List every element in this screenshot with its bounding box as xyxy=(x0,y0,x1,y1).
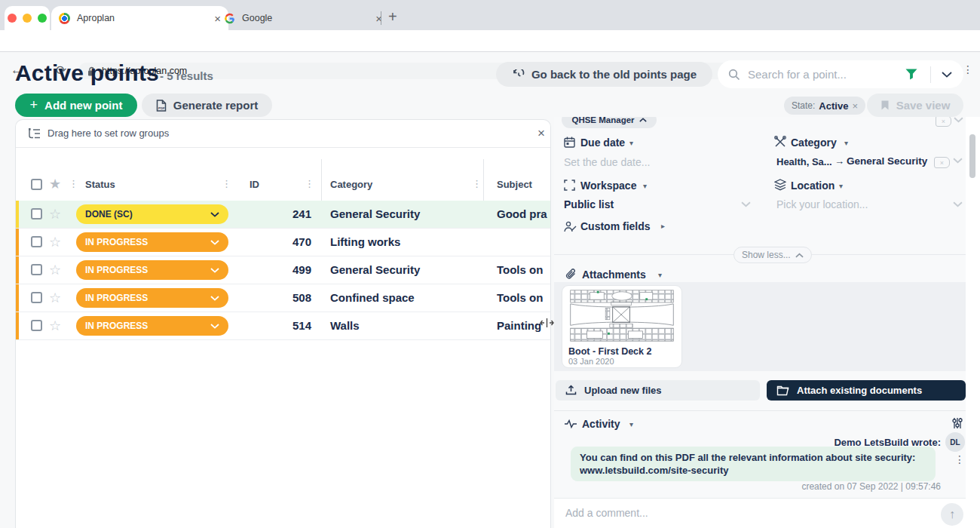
comment-menu-icon[interactable]: ⋮ xyxy=(954,455,965,465)
search-options-chevron-icon[interactable] xyxy=(942,72,952,78)
category-label[interactable]: Category xyxy=(791,137,837,149)
remove-filter-icon[interactable]: × xyxy=(852,100,858,112)
comment-timestamp: created on 07 Sep 2022 | 09:57:46 xyxy=(801,481,941,492)
old-points-page-button[interactable]: Go back to the old points page xyxy=(496,62,712,87)
table-row[interactable]: ☆ IN PROGRESS 508 Confined space Tools o… xyxy=(16,284,550,312)
status-chip[interactable]: IN PROGRESS xyxy=(76,288,228,308)
caret-down-icon[interactable]: ▾ xyxy=(658,271,662,279)
panel-scrollbar-thumb[interactable] xyxy=(969,134,975,178)
row-checkbox[interactable] xyxy=(31,208,42,219)
status-chip[interactable]: IN PROGRESS xyxy=(76,232,228,252)
save-view-button[interactable]: Save view xyxy=(867,94,963,117)
due-date-placeholder[interactable]: Set the due date... xyxy=(564,156,650,168)
column-menu-icon[interactable]: ⋮ xyxy=(222,179,231,189)
activity-filter-sliders-icon[interactable] xyxy=(952,417,963,429)
browser-menu-icon[interactable]: ⋮ xyxy=(963,65,973,75)
column-header-subject[interactable]: Subject xyxy=(497,179,532,190)
caret-down-icon[interactable]: ▾ xyxy=(629,139,633,147)
caret-down-icon[interactable]: ▾ xyxy=(643,182,647,190)
column-menu-icon[interactable]: ⋮ xyxy=(472,179,482,189)
custom-fields-label[interactable]: Custom fields xyxy=(580,220,651,232)
state-filter-chip[interactable]: State: Active × xyxy=(784,97,865,115)
row-checkbox[interactable] xyxy=(31,264,42,275)
column-header-id[interactable]: ID xyxy=(250,179,259,190)
send-comment-button[interactable]: ↑ xyxy=(941,503,963,526)
status-chip[interactable]: IN PROGRESS xyxy=(76,260,228,280)
category-parent-value[interactable]: Health, Sa... xyxy=(776,156,832,167)
table-row[interactable]: ☆ IN PROGRESS 499 General Security Tools… xyxy=(16,256,550,284)
row-groups-icon xyxy=(28,127,41,140)
chevron-down-icon xyxy=(210,240,219,245)
tab-divider xyxy=(381,11,381,25)
attachments-label[interactable]: Attachments xyxy=(582,269,646,281)
star-icon[interactable]: ☆ xyxy=(49,235,61,249)
workspace-label[interactable]: Workspace xyxy=(580,180,636,192)
close-window-button[interactable] xyxy=(8,14,17,23)
table-row[interactable]: ☆ DONE (SC) 241 General Security Good pr… xyxy=(16,201,550,229)
chevron-up-icon xyxy=(639,118,647,122)
column-menu-icon[interactable]: ⋮ xyxy=(69,179,78,189)
column-resize-cursor[interactable] xyxy=(540,318,554,327)
caret-down-icon[interactable]: ▾ xyxy=(844,139,848,147)
star-icon[interactable]: ☆ xyxy=(49,319,61,333)
panel-scrollbar-track[interactable] xyxy=(966,117,980,528)
table-row[interactable]: ☆ IN PROGRESS 514 Walls Painting xyxy=(16,312,550,340)
status-chip[interactable]: DONE (SC) xyxy=(76,204,228,224)
location-placeholder[interactable]: Pick your location... xyxy=(776,198,868,210)
assignee-chip[interactable]: QHSE Manager xyxy=(562,117,657,128)
assignee-label: QHSE Manager xyxy=(571,117,634,124)
column-divider[interactable] xyxy=(483,159,484,201)
row-status-bar xyxy=(16,229,19,256)
chevron-down-icon xyxy=(210,268,219,273)
location-label[interactable]: Location xyxy=(791,180,835,192)
generate-report-button[interactable]: PDF Generate report xyxy=(142,94,272,117)
table-row[interactable]: ☆ IN PROGRESS 470 Lifting works xyxy=(16,229,550,256)
minimize-window-button[interactable] xyxy=(23,14,32,23)
workspace-value[interactable]: Public list xyxy=(564,198,614,210)
clear-tag-icon[interactable]: × xyxy=(936,117,951,127)
chevron-down-icon[interactable] xyxy=(953,201,963,207)
show-less-button[interactable]: Show less... xyxy=(733,247,812,263)
add-new-point-button[interactable]: + Add new point xyxy=(15,94,137,117)
chevron-down-icon[interactable] xyxy=(741,201,751,207)
star-icon[interactable]: ☆ xyxy=(49,263,61,277)
new-tab-button[interactable]: + xyxy=(388,9,397,24)
browser-tab-strip: Aproplan × Google × + xyxy=(0,0,980,30)
chevron-down-icon[interactable] xyxy=(953,158,963,164)
attachment-card[interactable]: Boot - First Deck 2 03 Jan 2020 xyxy=(562,285,682,368)
clear-category-icon[interactable]: × xyxy=(934,157,950,168)
caret-down-icon[interactable]: ▾ xyxy=(839,182,843,190)
search-input[interactable] xyxy=(746,67,900,81)
column-header-status[interactable]: Status xyxy=(85,179,115,190)
caret-down-icon[interactable]: ▾ xyxy=(629,420,633,428)
attach-existing-documents-button[interactable]: Attach existing documents xyxy=(767,380,966,401)
row-checkbox[interactable] xyxy=(31,320,42,331)
column-header-category[interactable]: Category xyxy=(330,179,372,190)
due-date-label[interactable]: Due date xyxy=(580,137,625,149)
comment-input[interactable] xyxy=(564,506,884,520)
comment-text-line2[interactable]: www.letsbuild.com/site-security xyxy=(580,464,926,477)
activity-label[interactable]: Activity xyxy=(582,418,620,430)
column-divider[interactable] xyxy=(321,159,322,201)
category-child-value[interactable]: General Security xyxy=(847,155,927,167)
status-chip[interactable]: IN PROGRESS xyxy=(76,316,228,336)
row-checkbox[interactable] xyxy=(31,292,42,303)
select-all-checkbox[interactable] xyxy=(31,179,42,190)
caret-right-icon[interactable]: ▸ xyxy=(661,222,665,230)
point-id: 514 xyxy=(250,319,311,332)
browser-tab-google[interactable]: Google × xyxy=(216,6,390,30)
star-icon[interactable]: ☆ xyxy=(49,207,61,221)
column-menu-icon[interactable]: ⋮ xyxy=(305,179,314,189)
row-checkbox[interactable] xyxy=(31,236,42,247)
star-column-icon[interactable]: ★ xyxy=(49,177,61,191)
row-group-drop-zone[interactable]: Drag here to set row groups × xyxy=(16,120,550,148)
chevron-down-icon[interactable] xyxy=(954,117,963,123)
upload-new-files-button[interactable]: Upload new files xyxy=(556,380,760,401)
maximize-window-button[interactable] xyxy=(38,14,47,23)
point-subject: Tools on xyxy=(497,291,543,304)
close-panel-icon[interactable]: × xyxy=(537,126,545,141)
browser-tab-aproplan[interactable]: Aproplan × xyxy=(51,6,228,30)
filter-funnel-icon[interactable] xyxy=(905,68,918,81)
table-body: ☆ DONE (SC) 241 General Security Good pr… xyxy=(16,201,550,340)
star-icon[interactable]: ☆ xyxy=(49,291,61,305)
